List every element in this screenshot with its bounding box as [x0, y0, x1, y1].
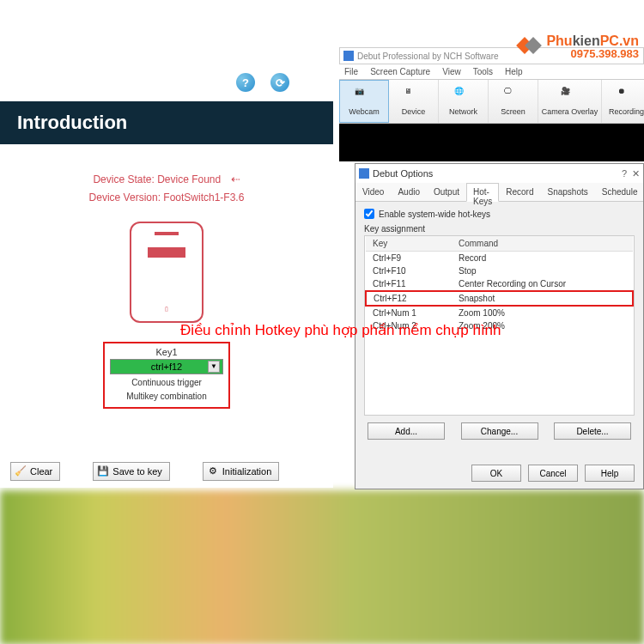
delete-button[interactable]: Delete...	[554, 422, 631, 440]
menu-tools[interactable]: Tools	[473, 67, 493, 76]
gear-icon: ⚙	[207, 465, 219, 477]
table-row[interactable]: Ctrl+F9Record	[366, 252, 633, 265]
left-panel: Device State: Device Found ⇠ Device Vers…	[0, 144, 333, 488]
watermark-logo: PhukienPC.vn 0975.398.983	[546, 34, 639, 59]
webcam-icon: 📷	[355, 87, 374, 106]
group-label: Key assignment	[364, 224, 635, 234]
ribbon-device[interactable]: 🖥Device	[389, 80, 439, 123]
dialog-tabs: Video Audio Output Hot-Keys Record Snaps…	[355, 183, 643, 202]
overlay-icon: 🎥	[561, 87, 580, 106]
ribbon-recording[interactable]: ⏺Recording	[602, 80, 644, 123]
banner-title: Introduction	[17, 112, 127, 134]
ribbon-overlay[interactable]: 🎥Camera Overlay	[538, 80, 602, 123]
refresh-icon[interactable]: ⟳	[270, 73, 289, 92]
help-button[interactable]: Help	[585, 465, 635, 482]
key1-config-box: Key1 ctrl+f12 ▼ Continuous trigger Multi…	[103, 342, 230, 409]
annotation-text: Điều chỉnh Hotkey phù hợp phần mềm chụp …	[180, 321, 501, 339]
table-row[interactable]: Ctrl+F11Center Recording on Cursor	[366, 277, 633, 291]
banner: Introduction	[0, 101, 333, 144]
device-version-label: Device Version:	[89, 191, 161, 204]
chevron-down-icon[interactable]: ▼	[208, 361, 220, 373]
clear-button[interactable]: 🧹Clear	[10, 462, 60, 481]
ribbon-webcam[interactable]: 📷Webcam	[339, 80, 389, 123]
table-row-highlighted[interactable]: Ctrl+F12Snapshot	[366, 291, 633, 306]
init-button[interactable]: ⚙Initialization	[203, 462, 279, 481]
tab-video[interactable]: Video	[355, 183, 391, 201]
debut-menubar: File Screen Capture View Tools Help	[339, 64, 644, 79]
key1-sub2: Multikey combination	[110, 391, 223, 402]
key1-sub1: Continuous trigger	[110, 377, 223, 388]
background-blur	[0, 490, 644, 644]
menu-file[interactable]: File	[344, 67, 358, 76]
tab-schedule[interactable]: Schedule	[595, 183, 644, 201]
device-state-label: Device State:	[93, 173, 154, 185]
dialog-icon	[359, 168, 369, 179]
help-icon[interactable]: ?	[622, 168, 627, 179]
menu-view[interactable]: View	[442, 67, 461, 76]
dialog-titlebar: Debut Options ?✕	[355, 164, 643, 183]
tab-snapshots[interactable]: Snapshots	[540, 183, 594, 201]
usb-icon: ⇠	[231, 170, 240, 189]
device-icon: 🖥	[404, 87, 423, 106]
logo-phone: 0975.398.983	[546, 48, 639, 59]
tab-record[interactable]: Record	[499, 183, 540, 201]
debut-app-icon	[343, 51, 354, 61]
col-key[interactable]: Key	[366, 236, 452, 252]
menu-screencapture[interactable]: Screen Capture	[370, 67, 430, 76]
save-button[interactable]: 💾Save to key	[93, 462, 169, 481]
screen-icon: 🖵	[504, 87, 523, 106]
device-state-value: Device Found	[157, 173, 221, 185]
enable-hotkeys-checkbox[interactable]: Enable system-wide hot-keys	[364, 209, 635, 219]
debut-ribbon: 📷Webcam 🖥Device 🌐Network 🖵Screen 🎥Camera…	[339, 79, 644, 124]
change-button[interactable]: Change...	[461, 422, 538, 440]
menu-help[interactable]: Help	[505, 67, 523, 76]
key1-label: Key1	[110, 347, 223, 357]
logo-icon	[519, 34, 541, 57]
help-icon[interactable]: ?	[236, 73, 255, 92]
add-button[interactable]: Add...	[368, 422, 445, 440]
ribbon-network[interactable]: 🌐Network	[439, 80, 489, 123]
key1-select[interactable]: ctrl+f12 ▼	[110, 359, 223, 374]
pedal-diagram: ▯	[130, 222, 204, 323]
cancel-button[interactable]: Cancel	[528, 465, 578, 482]
col-command[interactable]: Command	[452, 236, 633, 252]
clear-icon: 🧹	[15, 465, 27, 477]
tab-hotkeys[interactable]: Hot-Keys	[466, 183, 499, 202]
network-icon: 🌐	[454, 87, 473, 106]
rec-icon: ⏺	[617, 87, 636, 106]
close-icon[interactable]: ✕	[632, 168, 640, 179]
tab-output[interactable]: Output	[427, 183, 466, 201]
save-icon: 💾	[97, 465, 109, 477]
debut-preview	[339, 124, 644, 161]
tab-audio[interactable]: Audio	[391, 183, 427, 201]
table-row[interactable]: Ctrl+Num 1Zoom 100%	[366, 306, 633, 319]
ribbon-screen[interactable]: 🖵Screen	[489, 80, 538, 123]
device-version-value: FootSwitch1-F3.6	[163, 191, 244, 204]
ok-button[interactable]: OK	[471, 465, 521, 482]
table-row[interactable]: Ctrl+F10Stop	[366, 264, 633, 277]
